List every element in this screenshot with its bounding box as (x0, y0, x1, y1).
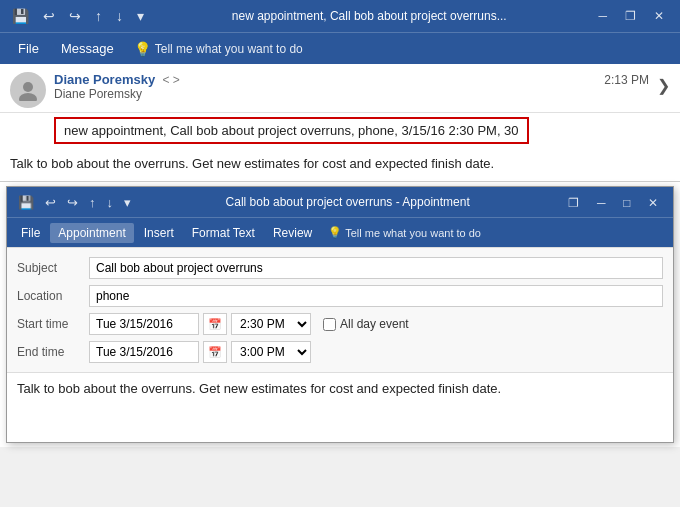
outer-close-button[interactable]: ✕ (646, 7, 672, 25)
start-time-select[interactable]: 2:30 PM 3:00 PM 3:30 PM (231, 313, 311, 335)
subject-label: Subject (17, 261, 89, 275)
appt-review-tab[interactable]: Review (265, 223, 320, 243)
subject-row: Subject (7, 254, 673, 282)
appt-window-controls: ❐ ─ □ ✕ (561, 195, 665, 210)
location-label: Location (17, 289, 89, 303)
undo-icon[interactable]: ↩ (39, 6, 59, 26)
appt-form: Subject Location Start time 📅 2:30 PM (7, 247, 673, 372)
appt-more-icon[interactable]: ▾ (121, 193, 134, 212)
svg-point-1 (19, 93, 37, 101)
sender-name: Diane Poremsky (54, 72, 155, 87)
start-calendar-button[interactable]: 📅 (203, 313, 227, 335)
location-input[interactable] (89, 285, 663, 307)
all-day-checkbox[interactable] (323, 318, 336, 331)
outer-restore-button[interactable]: ❐ (617, 7, 644, 25)
start-date-input[interactable] (89, 313, 199, 335)
start-datetime-group: 📅 2:30 PM 3:00 PM 3:30 PM All day event (89, 313, 409, 335)
appt-up-icon[interactable]: ↑ (86, 193, 99, 212)
smart-tag-row: new appointment, Call bob about project … (0, 113, 680, 148)
start-time-label: Start time (17, 317, 89, 331)
appt-down-icon[interactable]: ↓ (104, 193, 117, 212)
outer-menu-bar: File Message 💡 Tell me what you want to … (0, 32, 680, 64)
appt-tell-me[interactable]: 💡 Tell me what you want to do (328, 226, 481, 239)
svg-point-0 (23, 82, 33, 92)
appt-undo-icon[interactable]: ↩ (42, 193, 59, 212)
up-icon[interactable]: ↑ (91, 6, 106, 26)
to-line: Diane Poremsky (54, 87, 649, 101)
email-expand-icon[interactable]: ❯ (657, 72, 670, 95)
outer-minimize-button[interactable]: ─ (590, 7, 615, 25)
to-name: Diane Poremsky (54, 87, 142, 101)
outer-window-controls: ─ ❐ ✕ (590, 7, 672, 25)
appt-redo-icon[interactable]: ↪ (64, 193, 81, 212)
more-icon[interactable]: ▾ (133, 6, 148, 26)
end-date-input[interactable] (89, 341, 199, 363)
end-calendar-icon: 📅 (208, 346, 222, 359)
appt-bulb-icon: 💡 (328, 226, 342, 239)
down-icon[interactable]: ↓ (112, 6, 127, 26)
email-meta: Diane Poremsky < > 2:13 PM Diane Poremsk… (54, 72, 649, 101)
appt-restore-icon[interactable]: ❐ (561, 194, 586, 212)
email-time: 2:13 PM (604, 73, 649, 87)
location-row: Location (7, 282, 673, 310)
appt-file-tab[interactable]: File (13, 223, 48, 243)
outer-window-title: new appointment, Call bob about project … (154, 9, 584, 23)
end-calendar-button[interactable]: 📅 (203, 341, 227, 363)
subject-input[interactable] (89, 257, 663, 279)
appt-format-text-tab[interactable]: Format Text (184, 223, 263, 243)
outer-message-menu[interactable]: Message (51, 37, 124, 60)
appt-insert-tab[interactable]: Insert (136, 223, 182, 243)
outer-title-bar: 💾 ↩ ↪ ↑ ↓ ▾ new appointment, Call bob ab… (0, 0, 680, 32)
calendar-icon: 📅 (208, 318, 222, 331)
save-icon[interactable]: 💾 (8, 6, 33, 26)
all-day-label[interactable]: All day event (323, 317, 409, 331)
email-header: Diane Poremsky < > 2:13 PM Diane Poremsk… (0, 64, 680, 113)
appointment-window: 💾 ↩ ↪ ↑ ↓ ▾ Call bob about project overr… (6, 186, 674, 443)
email-area: Diane Poremsky < > 2:13 PM Diane Poremsk… (0, 64, 680, 182)
outer-outlook-window: 💾 ↩ ↪ ↑ ↓ ▾ new appointment, Call bob ab… (0, 0, 680, 447)
bulb-icon: 💡 (134, 41, 151, 57)
email-body: Talk to bob about the overruns. Get new … (0, 148, 680, 181)
chevron-down-icon: ❯ (657, 76, 670, 95)
end-time-label: End time (17, 345, 89, 359)
appt-ribbon: File Appointment Insert Format Text Revi… (7, 217, 673, 247)
end-time-row: End time 📅 3:00 PM 3:30 PM 4:00 PM (7, 338, 673, 366)
avatar (10, 72, 46, 108)
appt-close-button[interactable]: ✕ (641, 194, 665, 212)
appt-minimize-button[interactable]: ─ (590, 194, 613, 212)
appt-title-bar: 💾 ↩ ↪ ↑ ↓ ▾ Call bob about project overr… (7, 187, 673, 217)
all-day-text: All day event (340, 317, 409, 331)
start-time-row: Start time 📅 2:30 PM 3:00 PM 3:30 PM All… (7, 310, 673, 338)
sender-line: Diane Poremsky < > 2:13 PM (54, 72, 649, 87)
appt-appointment-tab[interactable]: Appointment (50, 223, 133, 243)
appt-window-title: Call bob about project overruns - Appoin… (139, 195, 556, 209)
sender-info: Diane Poremsky < > (54, 72, 180, 87)
appt-body-text: Talk to bob about the overruns. Get new … (7, 372, 673, 442)
end-time-select[interactable]: 3:00 PM 3:30 PM 4:00 PM (231, 341, 311, 363)
redo-icon[interactable]: ↪ (65, 6, 85, 26)
outer-tell-me-label: Tell me what you want to do (155, 42, 303, 56)
appt-save-icon[interactable]: 💾 (15, 193, 37, 212)
sender-email: < > (163, 73, 180, 87)
outer-tell-me[interactable]: 💡 Tell me what you want to do (134, 41, 303, 57)
smart-tag-box[interactable]: new appointment, Call bob about project … (54, 117, 529, 144)
end-datetime-group: 📅 3:00 PM 3:30 PM 4:00 PM (89, 341, 311, 363)
appt-maximize-button[interactable]: □ (616, 194, 637, 212)
outer-file-menu[interactable]: File (8, 37, 49, 60)
appt-tell-me-label: Tell me what you want to do (345, 227, 481, 239)
